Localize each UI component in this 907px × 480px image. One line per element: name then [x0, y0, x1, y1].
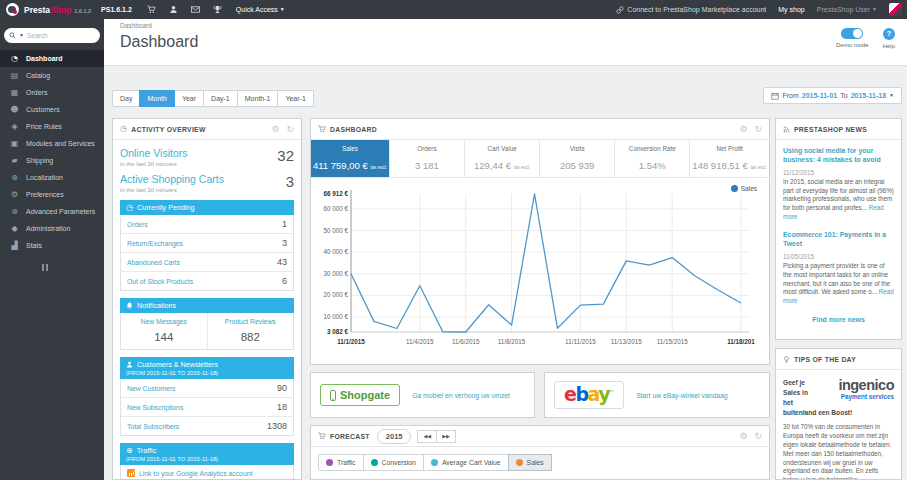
shopgate-logo: Shopgate — [320, 384, 400, 406]
kpi-visits[interactable]: Visits205 939 — [540, 140, 615, 177]
ebay-link[interactable]: Start uw eBay-winkel vandaag — [636, 392, 727, 399]
active-carts-stat: Active Shopping Cartsin the last 30 minu… — [120, 173, 294, 193]
ebay-logo: ebay™ — [554, 381, 624, 409]
calendar-icon — [771, 92, 779, 100]
sidebar-item-localization[interactable]: ⊕Localization — [0, 169, 104, 186]
sales-dot — [516, 459, 523, 466]
sidebar-item-stats[interactable]: ▟Stats — [0, 237, 104, 254]
chevron-down-icon[interactable]: ▼ — [19, 33, 24, 38]
cart-icon — [318, 125, 326, 133]
conversion-dot — [371, 459, 378, 466]
help-label: Help — [883, 43, 895, 49]
sales-chart: 66 912 €60 000 €50 000 €40 000 €30 000 €… — [311, 178, 769, 365]
sidebar-item-catalog[interactable]: ▤Catalog — [0, 67, 104, 84]
sidebar-collapse-icon[interactable] — [42, 264, 104, 271]
ebay-banner[interactable]: ebay™ Start uw eBay-winkel vandaag — [544, 372, 770, 418]
sidebar-search[interactable]: ▼ — [4, 28, 100, 43]
help-icon[interactable]: ? — [883, 28, 895, 40]
forward-icon[interactable]: ▶▶ — [436, 430, 456, 443]
metric-average-cart-value-button[interactable]: Average Cart Value — [423, 454, 509, 471]
forecast-year[interactable]: 2015 — [377, 429, 412, 444]
chevron-down-icon: ▼ — [280, 7, 285, 12]
orders-icon: ▦ — [10, 89, 19, 97]
kpi-cart-value[interactable]: Cart Value129,44 € tax excl. — [465, 140, 540, 177]
metric-traffic-button[interactable]: Traffic — [318, 454, 364, 471]
range-year-button[interactable]: Year — [174, 90, 204, 107]
online-visitors-link[interactable]: Online Visitors — [120, 147, 188, 159]
svg-text:50 000 €: 50 000 € — [323, 227, 348, 234]
gear-icon[interactable]: ⚙ — [271, 125, 279, 134]
active-carts-value: 3 — [286, 173, 294, 193]
search-icon — [9, 32, 16, 39]
quick-access-menu[interactable]: Quick Access▼ — [236, 6, 285, 13]
range-day-button[interactable]: Day — [112, 90, 140, 107]
refresh-icon[interactable]: ↻ — [754, 125, 762, 134]
prestashop-logo[interactable] — [6, 3, 19, 16]
gear-icon[interactable]: ⚙ — [739, 432, 747, 441]
product-reviews-cell: Product Reviews882 — [208, 313, 294, 349]
sidebar-item-dashboard[interactable]: ◔Dashboard — [0, 50, 104, 67]
range-month-1-button[interactable]: Month-1 — [237, 90, 279, 107]
kpi-conversion-rate[interactable]: Conversion Rate1.54% — [615, 140, 690, 177]
person-icon — [126, 361, 133, 368]
marketplace-connect-link[interactable]: Connect to PrestaShop Marketplace accoun… — [616, 6, 766, 14]
backward-icon[interactable]: ◀◀ — [417, 430, 437, 443]
customers-icon: ☻ — [10, 106, 19, 114]
date-range-picker[interactable]: From2015-11-01 To2015-11-18 ▼ — [763, 87, 902, 104]
kpi-net-profit[interactable]: Net Profit148 918,51 € tax excl. — [690, 140, 769, 177]
find-more-news-link[interactable]: Find more news — [783, 316, 894, 323]
activity-overview-panel: ◷ACTIVITY OVERVIEW ⚙↻ Online Visitorsin … — [112, 118, 302, 480]
sidebar-item-administration[interactable]: ◆Administration — [0, 220, 104, 237]
dashboard-panel: DASHBOARD ⚙↻ Sales411 759,00 € tax excl.… — [310, 118, 770, 365]
gear-icon[interactable]: ⚙ — [739, 125, 747, 134]
sidebar-item-price-rules[interactable]: ◈Price Rules — [0, 118, 104, 135]
sidebar-item-advanced-parameters[interactable]: ⊛Advanced Parameters — [0, 203, 104, 220]
news-title-link[interactable]: Ecommerce 101: Payments in a Tweet — [783, 231, 894, 249]
my-shop-link[interactable]: My shop — [778, 6, 804, 13]
rss-icon — [783, 126, 790, 133]
pending-orders-row: Orders1 — [121, 215, 293, 234]
demo-mode-toggle[interactable] — [841, 28, 863, 39]
abandoned-carts-row: Abandoned Carts43 — [121, 253, 293, 272]
metric-conversion-button[interactable]: Conversion — [363, 454, 424, 471]
traffic-dot — [326, 459, 333, 466]
svg-text:11/1/2015: 11/1/2015 — [337, 338, 365, 345]
trophy-icon[interactable] — [213, 5, 222, 14]
cart-icon[interactable] — [147, 5, 156, 14]
sidebar-item-shipping[interactable]: ▰Shipping — [0, 152, 104, 169]
promo-banners: Shopgate Ga mobiel en verhoog uw omzet e… — [310, 372, 770, 418]
user-avatar[interactable] — [889, 3, 902, 16]
user-menu[interactable]: PrestaShop User▼ — [817, 6, 877, 13]
brand-presta: Presta — [24, 5, 50, 15]
metric-sales-button[interactable]: Sales — [508, 454, 552, 471]
activity-overview-title: ACTIVITY OVERVIEW — [131, 126, 205, 133]
kpi-row: Sales411 759,00 € tax excl. Orders3 181 … — [311, 140, 769, 178]
messages-icon[interactable] — [191, 5, 200, 14]
search-input[interactable] — [27, 32, 83, 39]
active-carts-link[interactable]: Active Shopping Carts — [120, 173, 224, 185]
range-year-1-button[interactable]: Year-1 — [277, 90, 313, 107]
brand-name: PrestaShop1.6.1.2 — [24, 5, 91, 15]
shopgate-link[interactable]: Ga mobiel en verhoog uw omzet — [412, 392, 510, 399]
ingenico-logo[interactable]: ingenico Payment services — [818, 378, 894, 400]
svg-text:11/13/2015: 11/13/2015 — [611, 338, 643, 345]
cart-icon — [318, 432, 326, 440]
range-month-button[interactable]: Month — [139, 90, 174, 107]
kpi-orders[interactable]: Orders3 181 — [390, 140, 465, 177]
range-day-1-button[interactable]: Day-1 — [203, 90, 238, 107]
advanced-parameters-icon: ⊛ — [10, 208, 19, 216]
sidebar-item-modules[interactable]: ▣Modules and Services — [0, 135, 104, 152]
sidebar-item-customers[interactable]: ☻Customers — [0, 101, 104, 118]
news-title-link[interactable]: Using social media for your business: 4 … — [783, 147, 894, 165]
sidebar-item-preferences[interactable]: ⚙Preferences — [0, 186, 104, 203]
chart-legend[interactable]: Sales — [731, 185, 757, 192]
customer-icon[interactable] — [169, 5, 178, 14]
refresh-icon[interactable]: ↻ — [286, 125, 294, 134]
tips-body-text: 30 tot 70% van de consumenten in Europa … — [783, 423, 894, 480]
chevron-down-icon: ▼ — [889, 93, 894, 98]
refresh-icon[interactable]: ↻ — [754, 432, 762, 441]
shopgate-banner[interactable]: Shopgate Ga mobiel en verhoog uw omzet — [310, 372, 535, 418]
dashboard-panel-title: DASHBOARD — [330, 126, 377, 133]
kpi-sales[interactable]: Sales411 759,00 € tax excl. — [311, 140, 390, 177]
sidebar-item-orders[interactable]: ▦Orders — [0, 84, 104, 101]
